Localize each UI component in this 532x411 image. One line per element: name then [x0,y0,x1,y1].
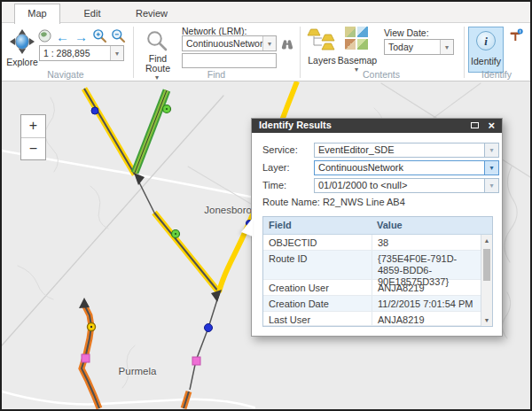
value-cell: 11/2/2015 7:01:54 PM [372,296,481,311]
find-route-dropdown-caret[interactable]: ▾ [155,74,159,81]
group-separator [300,27,301,78]
value-cell: 38 [372,235,481,250]
tab-review[interactable]: Review [124,4,179,23]
marker-pink-square[interactable] [82,354,90,362]
place-label-purmela: Purmela [106,366,168,376]
route-name-line: Route Name: R2_NWS Line AB4 [262,197,405,207]
table-row[interactable]: Route ID {735E4F0E-791D-4859-BDD6-90E185… [263,251,492,280]
value-cell: ANJA8219 [372,312,481,325]
layer-label: Layer: [262,162,290,173]
ribbon-tab-bar: Map Edit Review [2,2,530,23]
layers-button[interactable]: Layers [304,55,340,66]
view-date-combobox[interactable]: Today ▾ [384,39,454,55]
marker-blue-point[interactable] [205,324,213,332]
identify-results-panel: Identify Results × Service: EventEditor_… [251,118,503,337]
route-connector[interactable] [190,290,222,390]
popup-header[interactable]: Identify Results × [252,119,502,133]
table-row[interactable]: Last User ANJA8219 [263,312,492,326]
view-date-label: View Date: [384,27,429,38]
navigate-group-label: Navigate [26,69,106,80]
field-cell: Creation Date [263,296,372,311]
map-scale-combobox[interactable]: 1 : 288,895 ▾ [39,45,124,61]
layer-value: ContinuousNetwork [315,161,484,174]
popup-callout-tail [241,218,253,237]
find-route-value-input[interactable] [182,53,277,68]
explore-icon[interactable] [9,28,35,55]
route-yellow-selected[interactable] [154,213,219,292]
table-row[interactable]: OBJECTID 38 [263,235,492,251]
layers-icon[interactable] [307,28,335,55]
basemap-tile [357,27,368,37]
chevron-down-icon[interactable]: ▾ [484,179,498,192]
scroll-up-icon[interactable]: ▲ [481,237,492,244]
route-green[interactable] [135,90,167,173]
event-editor-app: Map Edit Review Explore ← → [2,2,530,409]
marker-blue-point[interactable] [91,107,98,114]
ribbon: Map Edit Review Explore ← → [2,2,530,81]
binoculars-icon[interactable] [280,38,293,54]
globe-icon[interactable] [38,29,51,46]
scrollbar-thumb[interactable] [483,249,490,281]
chevron-down-icon[interactable]: ▾ [440,40,453,54]
chevron-down-icon[interactable]: ▾ [110,46,123,60]
zoom-in-button[interactable]: + [21,115,45,137]
layer-combobox[interactable]: ContinuousNetwork ▾ [314,160,499,175]
network-lrm-combobox[interactable]: ContinuousNetwork ▾ [182,35,277,51]
group-separator [133,27,134,78]
time-value: 01/01/2000 to <null> [315,179,484,192]
table-row[interactable]: Creation User ANJA8219 [263,280,492,296]
view-date-value: Today [385,42,440,52]
scroll-down-icon[interactable]: ▼ [481,317,492,323]
tab-edit[interactable]: Edit [67,4,117,23]
marker-pink-square[interactable] [192,357,200,365]
time-label: Time: [262,180,286,190]
identify-icon: i [476,31,496,50]
value-cell: {735E4F0E-791D-4859-BDD6-90E18575D337} [372,251,481,279]
field-cell: Creation User [263,280,372,295]
close-icon[interactable]: × [488,119,495,132]
chevron-down-icon[interactable]: ▾ [484,143,498,157]
identify-route-icon[interactable] [509,28,523,46]
service-combobox[interactable]: EventEditor_SDE ▾ [314,143,499,158]
identify-button[interactable]: i Identify [468,27,504,73]
attributes-table: Field Value OBJECTID 38 Route ID {735E4F… [262,216,493,327]
field-cell: Route ID [263,251,372,279]
zoom-out-icon[interactable] [111,28,126,47]
map-scale-value: 1 : 288,895 [40,48,110,58]
column-header-value[interactable]: Value [372,217,492,234]
network-lrm-value: ContinuousNetwork [183,38,262,49]
time-combobox[interactable]: 01/01/2000 to <null> ▾ [314,178,499,193]
popup-title: Identify Results [259,120,332,130]
marker-green-point[interactable] [172,230,180,238]
route-yellow-selected[interactable] [84,89,135,174]
zoom-in-icon[interactable] [92,28,107,47]
value-cell: ANJA8219 [372,280,481,295]
table-row[interactable]: Creation Date 11/2/2015 7:01:54 PM [263,296,492,312]
marker-yellow-point[interactable] [88,323,96,331]
table-scrollbar[interactable]: ▲ ▼ [481,235,492,326]
basemap-tile [345,27,356,37]
chevron-down-icon[interactable]: ▾ [262,36,276,50]
column-header-field[interactable]: Field [263,217,372,234]
back-arrow-icon[interactable]: ← [56,31,69,43]
basemap-icon[interactable] [345,27,368,50]
basemap-tile [357,39,368,50]
basemap-button[interactable]: Basemap [336,55,379,66]
find-route-button-line2[interactable]: Route [142,63,174,74]
maximize-icon[interactable] [471,122,479,128]
find-route-icon[interactable] [145,29,168,56]
tab-map[interactable]: Map [14,4,60,24]
zoom-out-button[interactable]: − [21,137,45,159]
route-orange[interactable] [79,298,99,408]
route-orange[interactable] [184,392,189,408]
field-cell: OBJECTID [263,235,372,250]
identify-button-label: Identify [469,56,503,66]
place-label-jonesboro: Jonesboro [188,205,252,215]
chevron-down-icon[interactable]: ▾ [484,161,498,174]
marker-green-point[interactable] [163,105,171,113]
contents-group-label: Contents [341,69,421,80]
route-name-value: R2_NWS Line AB4 [323,197,405,207]
explore-button-label[interactable]: Explore [4,57,41,67]
find-group-label: Find [176,69,256,80]
forward-arrow-icon[interactable]: → [74,31,88,43]
